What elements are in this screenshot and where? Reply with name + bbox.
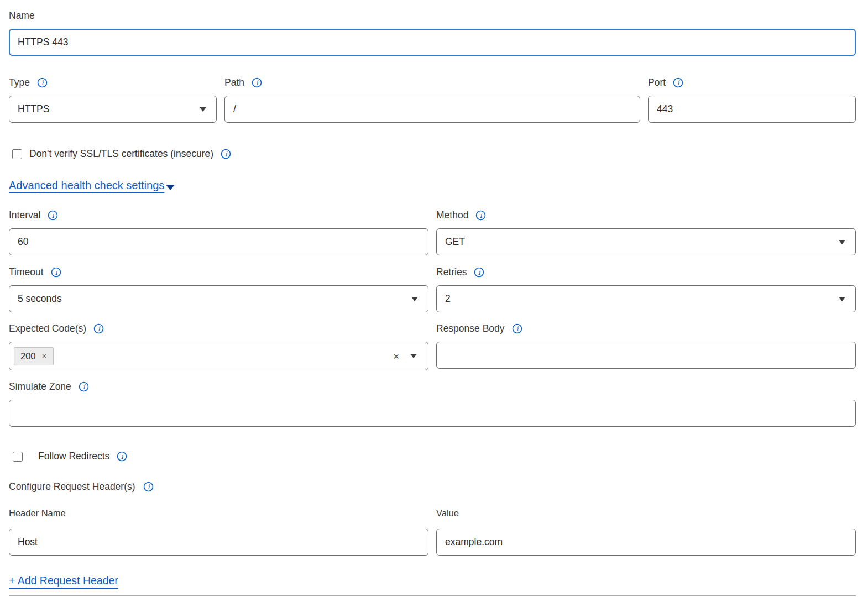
response-body-input[interactable] (436, 342, 856, 369)
chevron-down-icon (839, 240, 845, 244)
follow-redirects-row: Follow Redirects i (9, 451, 856, 462)
codes-body-row: Expected Code(s) i 200 × × Respons (9, 323, 856, 370)
advanced-settings-row: Advanced health check settings (9, 179, 856, 192)
svg-text:i: i (480, 212, 483, 219)
follow-redirects-info-icon[interactable]: i (117, 451, 127, 462)
method-info-icon[interactable]: i (475, 210, 486, 221)
advanced-settings-link[interactable]: Advanced health check settings (9, 179, 164, 192)
method-label: Method (436, 210, 468, 221)
add-request-header-row: + Add Request Header (9, 574, 856, 587)
path-info-icon[interactable]: i (252, 77, 262, 88)
timeout-retries-row: Timeout i 5 seconds Retries (9, 266, 856, 312)
retries-info-icon[interactable]: i (474, 267, 484, 278)
expected-codes-info-icon[interactable]: i (93, 323, 104, 334)
port-label: Port (648, 77, 666, 88)
svg-text:i: i (478, 269, 481, 276)
name-label: Name (9, 10, 35, 22)
interval-input[interactable] (9, 228, 428, 255)
timeout-field: Timeout i 5 seconds (9, 266, 428, 312)
header-name-field: Header Name (9, 508, 428, 556)
interval-label: Interval (9, 210, 40, 221)
path-field: Path i (224, 77, 640, 123)
dont-verify-ssl-label: Don't verify SSL/TLS certificates (insec… (29, 148, 213, 160)
request-header-row: Header Name Value (9, 508, 856, 556)
type-field: Type i HTTPS (9, 77, 217, 123)
type-info-icon[interactable]: i (37, 77, 48, 88)
interval-field: Interval i (9, 210, 428, 255)
health-check-form: Name Type i HTTPS Path (0, 0, 868, 607)
timeout-info-icon[interactable]: i (51, 267, 61, 278)
method-select[interactable]: GET (436, 228, 856, 255)
follow-redirects-label: Follow Redirects (38, 451, 109, 462)
svg-text:i: i (256, 79, 259, 87)
svg-text:i: i (83, 383, 86, 391)
advanced-settings-label: Advanced health check settings (9, 179, 164, 192)
type-select-value: HTTPS (18, 103, 49, 115)
svg-text:i: i (98, 325, 101, 333)
path-label: Path (224, 77, 244, 88)
retries-select-value: 2 (445, 293, 451, 305)
header-value-field: Value (436, 508, 856, 556)
type-select[interactable]: HTTPS (9, 96, 217, 123)
svg-text:i: i (55, 269, 57, 276)
retries-field: Retries i 2 (436, 266, 856, 312)
svg-text:i: i (52, 212, 55, 219)
name-input[interactable] (9, 29, 856, 56)
response-body-info-icon[interactable]: i (512, 323, 522, 334)
chevron-down-icon (411, 297, 418, 301)
code-tag: 200 × (14, 347, 54, 365)
header-value-input[interactable] (436, 529, 856, 556)
simulate-zone-info-icon[interactable]: i (79, 381, 89, 392)
clear-all-icon[interactable]: × (393, 351, 399, 362)
interval-method-row: Interval i Method i (9, 210, 856, 255)
verify-ssl-row: Don't verify SSL/TLS certificates (insec… (9, 148, 856, 160)
response-body-field: Response Body i (436, 323, 856, 370)
svg-text:i: i (41, 79, 44, 87)
simulate-zone-field: Simulate Zone i (9, 381, 856, 427)
retries-label: Retries (436, 266, 467, 278)
chevron-down-icon (200, 107, 206, 112)
response-body-label: Response Body (436, 323, 505, 334)
expected-codes-field: Expected Code(s) i 200 × × (9, 323, 428, 370)
method-select-value: GET (445, 236, 465, 248)
expected-codes-label: Expected Code(s) (9, 323, 86, 334)
add-request-header-link[interactable]: + Add Request Header (9, 574, 118, 587)
timeout-select-value: 5 seconds (18, 293, 62, 305)
svg-text:i: i (516, 325, 519, 333)
header-name-label: Header Name (9, 508, 428, 519)
request-headers-label: Configure Request Header(s) (9, 481, 135, 493)
verify-ssl-info-icon[interactable]: i (221, 149, 231, 159)
method-field: Method i GET (436, 210, 856, 255)
svg-text:i: i (225, 150, 228, 158)
expected-codes-multiselect[interactable]: 200 × × (9, 342, 428, 370)
svg-text:i: i (677, 79, 680, 87)
header-value-label: Value (436, 508, 856, 519)
triangle-down-icon (166, 185, 175, 190)
timeout-select[interactable]: 5 seconds (9, 285, 428, 312)
name-field: Name (9, 10, 856, 56)
chevron-down-icon (839, 297, 845, 301)
port-field: Port i (648, 77, 856, 123)
type-path-port-row: Type i HTTPS Path i (9, 77, 856, 123)
timeout-label: Timeout (9, 266, 44, 278)
port-info-icon[interactable]: i (673, 77, 683, 88)
port-input[interactable] (648, 96, 856, 123)
follow-redirects-checkbox[interactable] (13, 452, 23, 462)
type-label: Type (9, 77, 30, 88)
chevron-down-icon (410, 354, 417, 358)
interval-info-icon[interactable]: i (48, 210, 58, 221)
remove-tag-icon[interactable]: × (42, 351, 47, 361)
request-headers-section: Configure Request Header(s) i (9, 480, 856, 493)
header-name-input[interactable] (9, 529, 428, 556)
request-headers-info-icon[interactable]: i (143, 482, 154, 492)
dont-verify-ssl-checkbox[interactable] (12, 149, 22, 159)
simulate-zone-input[interactable] (9, 400, 856, 427)
path-input[interactable] (224, 96, 640, 123)
section-divider (9, 595, 856, 596)
simulate-zone-label: Simulate Zone (9, 381, 71, 393)
svg-text:i: i (147, 483, 150, 490)
retries-select[interactable]: 2 (436, 285, 856, 312)
code-tag-value: 200 (20, 351, 36, 362)
svg-text:i: i (121, 453, 124, 461)
